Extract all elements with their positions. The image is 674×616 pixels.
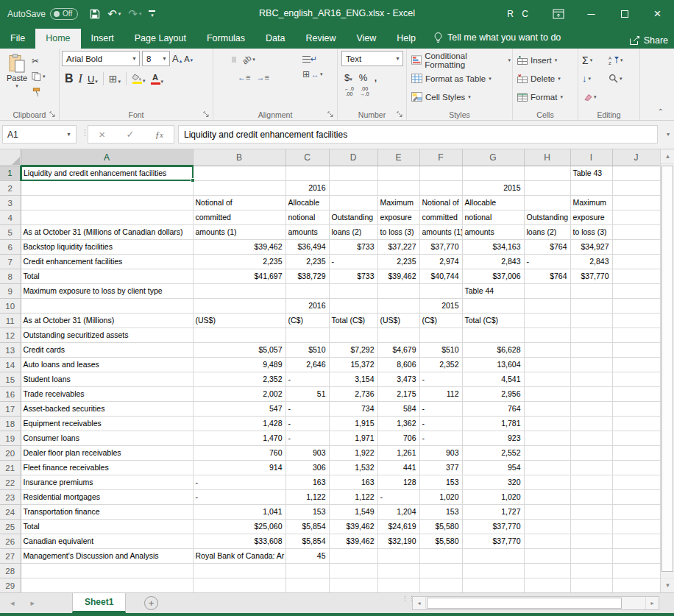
cell-F12[interactable]: [419, 328, 462, 343]
align-bottom-button[interactable]: [232, 57, 236, 63]
cell-G9[interactable]: Table 44: [462, 284, 524, 299]
format-as-table-button[interactable]: Format as Table▾: [411, 69, 511, 88]
cell-A8[interactable]: Total: [21, 269, 193, 284]
cell-I1[interactable]: Table 43: [570, 166, 612, 181]
cell-J19[interactable]: [612, 431, 660, 446]
cell-E9[interactable]: [377, 284, 419, 299]
cell-I17[interactable]: [570, 402, 612, 417]
cell-H24[interactable]: [524, 505, 570, 520]
new-sheet-button[interactable]: +: [144, 596, 158, 610]
cell-I24[interactable]: [570, 505, 612, 520]
cell-H20[interactable]: [524, 446, 570, 461]
cell-G29[interactable]: [462, 578, 524, 593]
sheet-nav-arrows[interactable]: ◂▸: [10, 598, 51, 608]
row-header-7[interactable]: 7: [0, 255, 21, 269]
cell-F1[interactable]: [419, 166, 462, 181]
cell-C28[interactable]: [285, 564, 329, 578]
cell-B12[interactable]: [193, 328, 285, 343]
cell-C27[interactable]: 45: [285, 549, 329, 564]
cell-G4[interactable]: notional: [462, 210, 524, 225]
name-box[interactable]: A1 ▼: [2, 125, 77, 144]
decrease-indent-button[interactable]: ←≡: [238, 73, 250, 82]
cell-H18[interactable]: [524, 417, 570, 431]
cell-F20[interactable]: 903: [419, 446, 462, 461]
cell-D2[interactable]: [329, 181, 377, 196]
tab-formulas[interactable]: Formulas: [196, 29, 255, 49]
cell-F18[interactable]: -: [419, 417, 462, 431]
insert-cells-button[interactable]: Insert▾: [517, 51, 576, 69]
cell-C6[interactable]: $36,494: [285, 240, 329, 255]
enter-entry-button[interactable]: ✓: [126, 129, 134, 140]
cell-C21[interactable]: 306: [285, 461, 329, 475]
sheet-tab-sheet1[interactable]: Sheet1: [72, 593, 126, 613]
cell-F28[interactable]: [419, 564, 462, 578]
cell-G19[interactable]: 923: [462, 431, 524, 446]
row-header-10[interactable]: 10: [0, 299, 21, 314]
fill-handle[interactable]: [191, 178, 195, 183]
column-header-I[interactable]: I: [570, 149, 612, 166]
cell-A1[interactable]: Liquidity and credit enhancement facilit…: [21, 166, 193, 181]
font-color-button[interactable]: A ▾: [151, 74, 164, 85]
cell-F9[interactable]: [419, 284, 462, 299]
cell-A16[interactable]: Trade receivables: [21, 387, 193, 402]
row-header-1[interactable]: 1: [0, 166, 21, 181]
cell-F17[interactable]: -: [419, 402, 462, 417]
cell-A11[interactable]: As at October 31 (Millions): [21, 314, 193, 328]
scroll-right-button[interactable]: ▸: [645, 597, 659, 609]
tab-view[interactable]: View: [346, 29, 386, 49]
cell-G26[interactable]: $37,770: [462, 534, 524, 549]
cell-J9[interactable]: [612, 284, 660, 299]
cell-H15[interactable]: [524, 372, 570, 387]
cell-J8[interactable]: [612, 269, 660, 284]
cell-I11[interactable]: [570, 314, 612, 328]
cell-H13[interactable]: [524, 343, 570, 358]
customize-qat-button[interactable]: ▾: [149, 10, 155, 17]
cell-D9[interactable]: [329, 284, 377, 299]
borders-button[interactable]: ⊞▾: [109, 73, 121, 85]
cell-F13[interactable]: $510: [419, 343, 462, 358]
cell-H8[interactable]: $764: [524, 269, 570, 284]
column-header-D[interactable]: D: [329, 149, 377, 166]
cell-E17[interactable]: 584: [377, 402, 419, 417]
cell-C12[interactable]: [285, 328, 329, 343]
save-button[interactable]: [90, 9, 100, 19]
cell-C14[interactable]: 2,646: [285, 358, 329, 372]
cell-A17[interactable]: Asset-backed securities: [21, 402, 193, 417]
cell-G15[interactable]: 4,541: [462, 372, 524, 387]
fill-color-button[interactable]: ▾: [132, 74, 146, 84]
cell-E2[interactable]: [377, 181, 419, 196]
cell-C18[interactable]: -: [285, 417, 329, 431]
cell-C15[interactable]: -: [285, 372, 329, 387]
cell-A25[interactable]: Total: [21, 520, 193, 534]
row-header-9[interactable]: 9: [0, 284, 21, 299]
cell-G27[interactable]: [462, 549, 524, 564]
delete-cells-button[interactable]: Delete▾: [517, 69, 576, 88]
cell-A4[interactable]: [21, 210, 193, 225]
row-header-4[interactable]: 4: [0, 210, 21, 225]
row-header-24[interactable]: 24: [0, 505, 21, 520]
cell-H5[interactable]: loans (2): [524, 225, 570, 240]
cell-F19[interactable]: -: [419, 431, 462, 446]
cell-E22[interactable]: 128: [377, 475, 419, 490]
cell-I7[interactable]: 2,843: [570, 255, 612, 269]
column-header-A[interactable]: A: [21, 149, 193, 166]
cell-E3[interactable]: Maximum: [377, 196, 419, 210]
row-header-14[interactable]: 14: [0, 358, 21, 372]
collapse-ribbon-button[interactable]: ⌃: [658, 107, 664, 116]
clipboard-dialog-launcher[interactable]: [49, 111, 57, 118]
cell-J10[interactable]: [612, 299, 660, 314]
cell-B17[interactable]: 547: [193, 402, 285, 417]
cell-J26[interactable]: [612, 534, 660, 549]
sort-filter-button[interactable]: AZ ▾: [609, 55, 635, 65]
cell-I15[interactable]: [570, 372, 612, 387]
cell-A22[interactable]: Insurance premiums: [21, 475, 193, 490]
cell-J11[interactable]: [612, 314, 660, 328]
cell-I18[interactable]: [570, 417, 612, 431]
cell-G16[interactable]: 2,956: [462, 387, 524, 402]
cell-E20[interactable]: 1,261: [377, 446, 419, 461]
cell-G21[interactable]: 954: [462, 461, 524, 475]
cell-A6[interactable]: Backstop liquidity facilities: [21, 240, 193, 255]
cell-I6[interactable]: $34,927: [570, 240, 612, 255]
column-header-G[interactable]: G: [462, 149, 524, 166]
cell-I22[interactable]: [570, 475, 612, 490]
